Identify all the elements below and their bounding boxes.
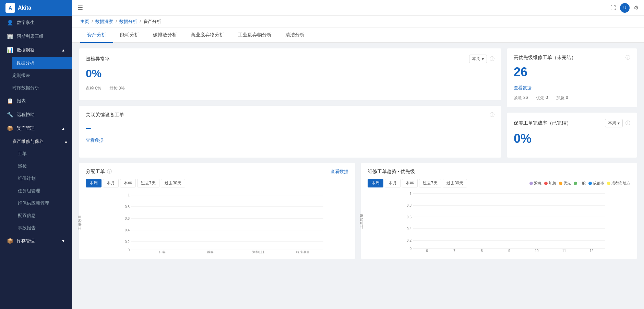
sidebar-item-label: 资产维修与保养 <box>12 138 44 145</box>
distributed-filter-7d[interactable]: 过去7天 <box>137 179 159 187</box>
distributed-chart-container: 工单数量 1 0.8 0.6 <box>86 192 348 253</box>
sidebar-item-remote-assist[interactable]: 🔧 远程协助 <box>0 108 72 122</box>
svg-text:0.6: 0.6 <box>407 215 412 219</box>
sidebar-item-data-analysis[interactable]: 数据分析 <box>12 57 72 69</box>
high-priority-title: 高优先级维修工单（未完结） <box>514 55 576 61</box>
high-priority-value: 26 <box>514 65 630 79</box>
footer-group-check: 群检 0% <box>109 85 125 91</box>
sidebar-item-report[interactable]: 📋 报表 <box>0 94 72 108</box>
sidebar-item-label: 巡检 <box>18 163 27 169</box>
tabs: 资产分析 能耗分析 碳排放分析 商业废弃物分析 工业废弃物分析 清洁分析 <box>72 28 644 43</box>
sidebar-item-label: 事故报告 <box>18 225 36 231</box>
sidebar-item-time-data-analysis[interactable]: 时序数据分析 <box>12 82 72 94</box>
distributed-info-icon[interactable]: ⓘ <box>107 169 112 175</box>
tab-asset-analysis[interactable]: 资产分析 <box>80 28 113 43</box>
main-area: ☰ ⛶ U ⚙ 主页 / 数据洞察 / 数据分析 / 资产分析 资产分析 能耗分… <box>72 0 644 309</box>
sidebar-item-work-order[interactable]: 工单 <box>18 148 72 160</box>
maintenance-chart-area: 1 0.8 0.6 0.4 0.2 0 6 7 8 9 10 <box>381 190 630 252</box>
svg-text:0.8: 0.8 <box>407 204 412 207</box>
tab-industrial-waste[interactable]: 工业废弃物分析 <box>231 28 278 43</box>
sidebar-item-digital-student[interactable]: 👤 数字孪生 <box>0 16 72 30</box>
maintenance-filter-week[interactable]: 本周 <box>368 179 383 187</box>
person-icon: 👤 <box>7 20 13 26</box>
legend-chengdu-local: 成都市地方 <box>607 181 630 186</box>
distributed-chart-right: 查看数据 <box>331 169 348 175</box>
sidebar-item-maint-plan[interactable]: 维保计划 <box>18 172 72 185</box>
settings-icon[interactable]: ⚙ <box>634 4 639 11</box>
sidebar-item-inspection[interactable]: 巡检 <box>18 160 72 172</box>
related-info-icon[interactable]: ⓘ <box>490 112 494 118</box>
distributed-filter-30d[interactable]: 过去30天 <box>161 179 185 187</box>
select-label: 本周 <box>472 56 480 62</box>
distributed-filter-month[interactable]: 本月 <box>103 179 119 187</box>
patrol-week-select[interactable]: 本周 ▾ <box>469 55 487 63</box>
report-icon: 📋 <box>7 98 13 104</box>
sidebar-item-label: 任务组管理 <box>18 188 40 194</box>
urgent2-value: 0 <box>566 95 568 101</box>
content: 巡检异常率 本周 ▾ ⓘ 0% 点检 0% <box>72 43 644 309</box>
svg-text:9: 9 <box>508 249 510 252</box>
patrol-info-icon[interactable]: ⓘ <box>490 56 494 62</box>
svg-text:0: 0 <box>409 247 412 251</box>
wrench-icon: 🔧 <box>7 112 13 118</box>
footer-point-check: 点检 0% <box>86 85 101 91</box>
sidebar-item-asset-maint[interactable]: 资产维修与保养 ▲ <box>12 135 72 148</box>
legend-dot-urgent <box>529 182 533 185</box>
maintenance-filter-month[interactable]: 本月 <box>385 179 401 187</box>
maintenance-filter-30d[interactable]: 过去30天 <box>443 179 467 187</box>
avatar[interactable]: U <box>620 3 630 13</box>
sidebar-item-incident-report[interactable]: 事故报告 <box>18 222 72 234</box>
logo-text: Akita <box>18 5 31 11</box>
legend-label-chengdu-local: 成都市地方 <box>611 181 630 186</box>
legend-dot-rush <box>544 182 548 185</box>
breadcrumb-home[interactable]: 主页 <box>80 19 89 24</box>
tab-carbon-analysis[interactable]: 碳排放分析 <box>146 28 184 43</box>
distributed-chart-title: 分配工单 ⓘ <box>86 169 112 175</box>
svg-text:0.6: 0.6 <box>125 217 130 220</box>
priority-row: 紧急 26 优先 0 加急 0 <box>514 95 630 101</box>
sidebar-item-inventory[interactable]: 📦 库存管理 ▼ <box>0 234 72 248</box>
related-view-data[interactable]: 查看数据 <box>86 137 494 144</box>
maintenance-filter-year[interactable]: 本年 <box>402 179 418 187</box>
card-header-maint: 保养工单完成率（已完结） 本周 ▾ ⓘ <box>514 119 630 127</box>
sidebar-item-data-insight[interactable]: 📊 数据洞察 ▲ <box>0 43 72 57</box>
sidebar-item-config-info[interactable]: 配置信息 <box>18 209 72 222</box>
sidebar-item-vendor-mgmt[interactable]: 维保供应商管理 <box>18 197 72 209</box>
maint-info-icon[interactable]: ⓘ <box>625 120 630 126</box>
building-icon: 🏢 <box>7 33 13 39</box>
sidebar-item-label: 时序数据分析 <box>12 85 39 91</box>
sidebar-item-asset-mgmt[interactable]: 📦 资产管理 ▲ <box>0 122 72 135</box>
hamburger-icon[interactable]: ☰ <box>77 4 83 12</box>
logo-icon: A <box>5 3 15 13</box>
distributed-filter-week[interactable]: 本周 <box>86 179 102 187</box>
maint-week-select[interactable]: 本周 ▾ <box>605 119 623 127</box>
svg-text:1: 1 <box>409 192 412 196</box>
chevron-down-icon2: ▾ <box>618 121 620 126</box>
breadcrumb-data-insight[interactable]: 数据洞察 <box>95 19 113 24</box>
distributed-chart-area: 1 0.8 0.6 0.4 0.2 0 任务 维修 巡检111 校准测量 <box>99 192 348 253</box>
distributed-filter-year[interactable]: 本年 <box>120 179 136 187</box>
sidebar-item-label: 维保供应商管理 <box>18 200 49 206</box>
high-priority-view-data[interactable]: 查看数据 <box>514 85 630 91</box>
svg-text:0: 0 <box>128 248 130 252</box>
breadcrumb-data-analysis[interactable]: 数据分析 <box>119 19 137 24</box>
svg-text:10: 10 <box>535 249 539 252</box>
high-priority-card: 高优先级维修工单（未完结） ⓘ 26 查看数据 紧急 26 优先 0 <box>507 48 637 107</box>
tab-energy-analysis[interactable]: 能耗分析 <box>113 28 146 43</box>
distributed-view-data[interactable]: 查看数据 <box>331 169 348 175</box>
legend-dot-chengdu-local <box>607 182 610 185</box>
sidebar-item-aslikan[interactable]: 🏢 阿斯利康三维 <box>0 30 72 43</box>
sidebar-item-task-group[interactable]: 任务组管理 <box>18 185 72 197</box>
sidebar-item-custom-report[interactable]: 定制报表 <box>12 69 72 82</box>
maintenance-filter-7d[interactable]: 过去7天 <box>419 179 441 187</box>
tab-commercial-waste[interactable]: 商业废弃物分析 <box>184 28 231 43</box>
sidebar-item-label: 配置信息 <box>18 213 36 219</box>
urgent-value: 26 <box>523 95 528 101</box>
sidebar-sub-data-insight: 数据分析 定制报表 时序数据分析 <box>0 57 72 94</box>
distributed-workorder-chart: 分配工单 ⓘ 查看数据 本周 本月 本年 过去7天 过去30天 工单数量 <box>79 163 355 259</box>
expand-icon[interactable]: ⛶ <box>610 5 616 11</box>
tab-clean-analysis[interactable]: 清洁分析 <box>278 28 311 43</box>
card-header-patrol: 巡检异常率 本周 ▾ ⓘ <box>86 55 494 63</box>
high-priority-info-icon[interactable]: ⓘ <box>625 55 630 61</box>
svg-text:0.2: 0.2 <box>407 239 412 242</box>
